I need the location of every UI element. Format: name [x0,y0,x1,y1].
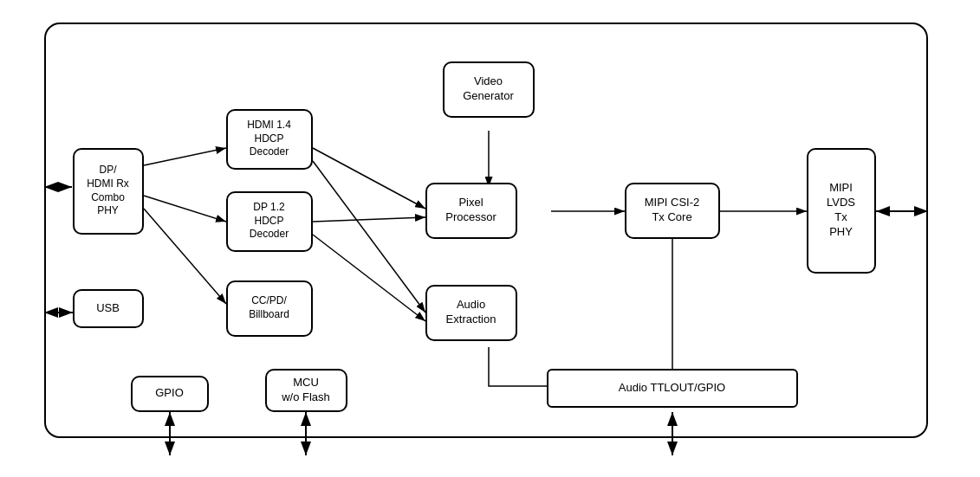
mcu-label: MCUw/o Flash [282,376,330,405]
cc-pd-label: CC/PD/Billboard [249,294,289,321]
usb-label: USB [96,301,120,316]
video-gen-label: VideoGenerator [463,74,514,104]
audio-extract-block: AudioExtraction [425,285,517,341]
gpio-block: GPIO [131,376,209,412]
pixel-proc-block: PixelProcessor [425,183,517,239]
dp-hdmi-phy-label: DP/HDMI RxComboPHY [87,164,129,217]
hdmi-decoder-label: HDMI 1.4HDCPDecoder [247,119,291,159]
audio-ttl-block: Audio TTLOUT/GPIO [547,369,798,408]
video-gen-block: VideoGenerator [443,61,535,118]
mcu-block: MCUw/o Flash [265,369,347,412]
dp-decoder-block: DP 1.2HDCPDecoder [226,191,313,252]
diagram-wrapper: DP/HDMI RxComboPHY USB HDMI 1.4HDCPDecod… [18,14,963,464]
dp-hdmi-phy-block: DP/HDMI RxComboPHY [73,148,144,235]
audio-ttl-label: Audio TTLOUT/GPIO [619,381,725,396]
pixel-proc-label: PixelProcessor [445,196,496,225]
cc-pd-block: CC/PD/Billboard [226,280,313,337]
gpio-label: GPIO [155,386,184,401]
dp-decoder-label: DP 1.2HDCPDecoder [250,201,289,242]
mipi-csi2-block: MIPI CSI-2Tx Core [625,183,720,239]
mipi-lvds-label: MIPILVDSTxPHY [827,181,855,240]
hdmi-decoder-block: HDMI 1.4HDCPDecoder [226,109,313,170]
usb-block: USB [73,289,144,328]
mipi-lvds-block: MIPILVDSTxPHY [807,148,876,274]
audio-extract-label: AudioExtraction [446,298,496,327]
mipi-csi2-label: MIPI CSI-2Tx Core [645,196,700,225]
